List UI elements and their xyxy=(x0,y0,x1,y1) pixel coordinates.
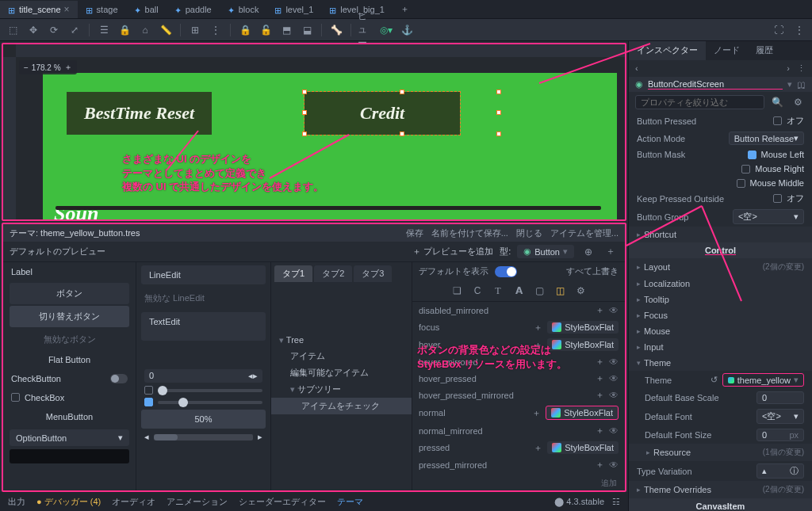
hscroll-preview[interactable]: ◂▸ xyxy=(144,432,262,442)
type-select-icon[interactable]: ⊕ xyxy=(580,244,596,260)
node-expand-icon[interactable]: ▾ xyxy=(787,79,792,90)
def-font-size-field[interactable]: 0 px xyxy=(756,429,804,441)
add-stylebox-icon[interactable]: ＋ xyxy=(596,459,604,471)
icon-type-icon[interactable]: ▢ xyxy=(532,284,546,298)
credit-button[interactable]: Credit xyxy=(304,92,460,135)
action-mode-dropdown[interactable]: Button Release▾ xyxy=(729,132,804,145)
scene-tab[interactable]: ⊞title_scene× xyxy=(0,1,78,18)
lock2-icon[interactable]: 🔒 xyxy=(237,22,253,38)
scene-tab[interactable]: ✦ball xyxy=(126,2,167,17)
more-icon[interactable]: ⋮ xyxy=(791,22,807,38)
font-type-icon[interactable]: T xyxy=(491,284,505,298)
input-section[interactable]: ▸Input xyxy=(629,339,812,355)
constant-type-icon[interactable]: C xyxy=(470,284,485,298)
add-stylebox-icon[interactable]: ＋ xyxy=(596,425,604,437)
ungroup-icon[interactable]: ⬓ xyxy=(299,22,315,38)
shader-tab[interactable]: シェーダーエディター xyxy=(239,496,326,508)
button-preview[interactable]: ボタン xyxy=(10,283,129,304)
button-pressed-checkbox[interactable] xyxy=(773,116,782,125)
rotate-tool-icon[interactable]: ⟳ xyxy=(46,22,62,38)
lineedit-preview[interactable]: LineEdit xyxy=(141,265,266,284)
scene-tab[interactable]: ⊞level_1 xyxy=(266,2,321,17)
inspector-menu-icon[interactable]: ⋮ xyxy=(797,63,806,73)
fullscreen-icon[interactable]: ⛶ xyxy=(771,22,787,38)
preview-tab[interactable]: タブ3 xyxy=(354,265,392,282)
overwrite-all-button[interactable]: すべて上書き xyxy=(566,265,619,277)
add-stylebox-icon[interactable]: ＋ xyxy=(596,389,604,401)
bottom-more-icon[interactable]: ☷ xyxy=(612,497,620,507)
list-tool-icon[interactable]: ☰ xyxy=(96,22,112,38)
lock-tool-icon[interactable]: 🔒 xyxy=(117,22,132,38)
checkbutton-preview[interactable]: CheckButton xyxy=(3,369,136,388)
tree-root[interactable]: ▾ Tree xyxy=(271,333,412,348)
inspector-tab[interactable]: ノード xyxy=(706,41,748,60)
color-preview[interactable] xyxy=(10,449,129,463)
zoom-out-icon[interactable]: − xyxy=(24,63,29,72)
add-preview-button[interactable]: ＋ プレビューを追加 xyxy=(412,246,493,257)
snap-config-icon[interactable]: ⋮ xyxy=(208,22,224,38)
group-tool-icon[interactable]: ⌂ xyxy=(137,22,153,38)
center-view-icon[interactable]: ◎▾ xyxy=(378,22,394,38)
tree-item-editable[interactable]: 編集可能なアイテム xyxy=(271,364,412,381)
scene-tab[interactable]: ⊞stage xyxy=(78,2,126,17)
add-stylebox-icon[interactable]: ＋ xyxy=(532,407,541,419)
ruler-tool-icon[interactable]: 📏 xyxy=(158,22,174,38)
unlock-icon[interactable]: 🔓 xyxy=(258,22,274,38)
add-scene-tab-icon[interactable]: ＋ xyxy=(393,0,417,18)
node-docs-icon[interactable]: 🕮 xyxy=(797,80,806,90)
inspector-tab[interactable]: インスペクター xyxy=(629,41,706,60)
button-preview[interactable]: 切り替えボタン xyxy=(10,306,129,327)
type-add-icon[interactable]: ＋ xyxy=(603,244,619,260)
button-group-dropdown[interactable]: <空>▾ xyxy=(733,209,804,224)
theme-tab[interactable]: テーマ xyxy=(337,496,363,508)
theme-value-dropdown[interactable]: theme_yellow▾ xyxy=(722,373,804,387)
theme-overrides-section[interactable]: ▸Theme Overrides(2個の変更) xyxy=(629,481,812,498)
resource-section[interactable]: ▸Resource(1個の変更) xyxy=(629,444,812,461)
group2-icon[interactable]: ⬒ xyxy=(278,22,294,38)
fontsize-type-icon[interactable]: 𝗔 xyxy=(511,284,526,298)
stylebox-empty-icon[interactable]: 👁 xyxy=(609,425,619,437)
scene-tab[interactable]: ✦paddle xyxy=(167,2,220,17)
stylebox-empty-icon[interactable]: 👁 xyxy=(609,305,619,316)
stylebox-empty-icon[interactable]: 👁 xyxy=(609,357,619,368)
output-tab[interactable]: 出力 xyxy=(8,496,25,508)
default-preview-tab[interactable]: デフォルトのプレビュー xyxy=(10,246,406,257)
theme-manage-button[interactable]: アイテムを管理... xyxy=(550,227,619,239)
scale-tool-icon[interactable]: ⤢ xyxy=(67,22,82,38)
history-back-icon[interactable]: ‹ xyxy=(635,63,638,74)
color-type-icon[interactable]: ❏ xyxy=(450,284,464,298)
stylebox-type-icon[interactable]: ◫ xyxy=(553,284,567,298)
def-base-field[interactable]: 0 xyxy=(756,391,804,404)
type-variation-field[interactable]: ▴ⓘ xyxy=(756,463,804,479)
def-font-field[interactable]: <空>▾ xyxy=(756,409,804,424)
add-stylebox-icon[interactable]: ＋ xyxy=(534,339,542,351)
filter-settings-icon[interactable]: ⚙ xyxy=(790,94,806,110)
stylebox-empty-icon[interactable]: 👁 xyxy=(609,373,619,384)
tree-subtree[interactable]: ▾ サブツリー xyxy=(271,381,412,398)
animation-tab[interactable]: アニメーション xyxy=(167,496,228,508)
stylebox-value[interactable]: StyleBoxFlat xyxy=(547,441,619,454)
stylebox-value[interactable]: StyleBoxFlat xyxy=(547,338,619,351)
spinbox-preview[interactable]: 0◂▸ xyxy=(144,369,262,383)
add-stylebox-icon[interactable]: ＋ xyxy=(534,322,542,334)
button-preview[interactable]: Flat Button xyxy=(3,350,136,369)
add-stylebox-icon[interactable]: ＋ xyxy=(596,304,604,316)
filter-search-icon[interactable]: 🔍 xyxy=(769,94,785,110)
mouse-section[interactable]: ▸Mouse xyxy=(629,323,812,339)
theme-close-button[interactable]: 閉じる xyxy=(516,227,542,239)
button-preview[interactable]: 無効なボタン xyxy=(3,329,136,350)
optionbutton-preview[interactable]: OptionButton▾ xyxy=(10,429,129,446)
debugger-tab[interactable]: ● デバッガー (4) xyxy=(36,496,101,508)
inspector-tab[interactable]: 履歴 xyxy=(748,41,781,60)
select-tool-icon[interactable]: ⬚ xyxy=(5,22,21,38)
add-stylebox-icon[interactable]: ＋ xyxy=(596,356,604,368)
property-filter-input[interactable] xyxy=(635,95,764,109)
mouse-middle-checkbox[interactable] xyxy=(737,179,745,188)
menubutton-preview[interactable]: MenuButton xyxy=(3,407,136,426)
localization-section[interactable]: ▸Localization xyxy=(629,276,812,292)
viewport-2d[interactable]: − 178.2 % ＋ BestTime Reset Credit Soun さ… xyxy=(2,43,626,221)
preview-tab[interactable]: タブ2 xyxy=(314,265,352,282)
theme-save-button[interactable]: 保存 xyxy=(406,227,423,239)
stylebox-empty-icon[interactable]: 👁 xyxy=(609,460,619,471)
tree-check-item[interactable]: アイテムをチェック xyxy=(271,398,412,414)
